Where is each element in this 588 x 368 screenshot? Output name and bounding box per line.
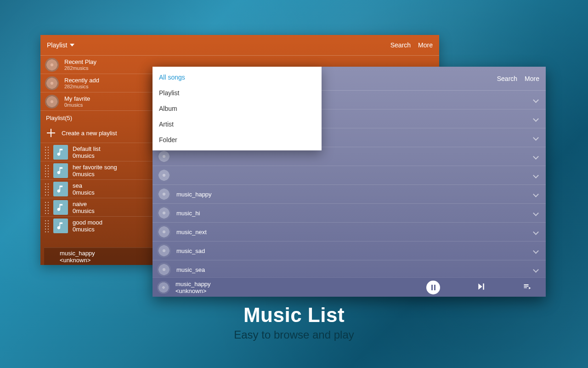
music-note-icon [53,218,68,233]
playlist-title: Default list [73,145,101,152]
chevron-down-icon[interactable] [533,267,538,272]
drag-handle-icon[interactable] [44,164,51,177]
promo-caption: Music List Easy to browse and play [0,304,588,341]
disc-icon [47,250,60,263]
music-note-icon [53,182,68,196]
now-playing-artist: <unknown> [60,257,95,264]
playlist-count: 0musics [73,152,101,159]
disc-icon [157,206,171,220]
now-playing-title: music_happy [175,281,211,288]
category-menu: All songsPlaylistAlbumArtistFolder [153,67,322,150]
track-row[interactable]: music_happy [153,185,546,204]
chevron-down-icon[interactable] [533,248,538,253]
drag-handle-icon[interactable] [44,201,51,214]
now-playing-bar[interactable]: music_happy <unknown> [153,277,546,297]
category-menu-item[interactable]: Album [153,101,322,116]
playlist-count: 0musics [73,226,102,233]
disc-icon [45,58,59,72]
chevron-down-icon[interactable] [533,210,538,216]
chevron-down-icon[interactable] [533,135,538,140]
track-row[interactable]: music_next [153,223,546,242]
more-button[interactable]: More [525,75,539,82]
disc-icon [157,150,171,163]
create-playlist-label: Create a new playlist [62,130,117,137]
playlist-title: her favorite song [73,164,117,171]
list-item-title: My favrite [64,95,90,102]
disc-icon [157,281,170,294]
playlist-title: naive [73,201,95,207]
track-row[interactable] [153,166,546,185]
list-item-count: 282musics [64,84,99,90]
search-button[interactable]: Search [390,41,411,49]
chevron-down-icon[interactable] [533,116,538,121]
playlist-count: 0musics [73,207,95,214]
next-button[interactable] [477,282,486,293]
track-row[interactable]: music_hi [153,204,546,223]
drag-handle-icon[interactable] [44,219,51,232]
track-title: music_sad [176,247,205,254]
chevron-down-icon[interactable] [533,229,538,235]
more-button[interactable]: More [418,41,433,49]
music-note-icon [53,145,68,160]
chevron-down-icon [70,44,74,46]
disc-icon [157,225,171,239]
playlist-title: sea [73,182,95,189]
plus-icon [47,129,55,137]
track-title: music_sea [176,266,205,273]
track-title: music_hi [176,210,200,217]
orange-header: Playlist Search More [40,35,439,56]
disc-icon [157,263,171,276]
track-row[interactable]: music_sad [153,242,546,260]
chevron-down-icon[interactable] [533,191,538,197]
playlist-title: good mood [73,219,102,226]
caption-title: Music List [0,304,588,327]
track-row[interactable]: music_sea [153,260,546,277]
search-button[interactable]: Search [497,75,517,82]
now-playing-title: music_happy [60,250,95,257]
drag-handle-icon[interactable] [44,146,51,159]
drag-handle-icon[interactable] [44,183,51,196]
playlist-count: 0musics [73,171,117,178]
track-title: music_happy [176,191,212,198]
category-menu-item[interactable]: Folder [153,132,322,148]
category-label: Playlist [47,41,67,49]
list-item-count: 0musics [64,102,90,108]
list-item-count: 282musics [64,65,96,71]
now-playing-artist: <unknown> [175,288,211,294]
pause-button[interactable] [426,281,440,294]
category-dropdown[interactable]: Playlist [47,41,74,49]
chevron-down-icon[interactable] [533,172,538,178]
list-item-title: Recently add [64,77,99,84]
playlist-count: 0musics [73,189,95,196]
caption-subtitle: Easy to browse and play [0,328,588,341]
disc-icon [157,168,171,182]
chevron-down-icon[interactable] [533,154,538,159]
list-item-title: Recent Play [64,58,96,65]
queue-button[interactable] [523,282,532,293]
chevron-down-icon[interactable] [533,97,538,103]
track-title: music_next [176,229,207,236]
music-note-icon [53,163,68,178]
disc-icon [45,95,59,109]
category-menu-item[interactable]: Playlist [153,85,322,101]
disc-icon [45,76,59,90]
category-menu-item[interactable]: All songs [153,69,322,85]
category-menu-item[interactable]: Artist [153,116,322,132]
disc-icon [157,244,171,258]
music-note-icon [53,200,68,215]
disc-icon [157,187,171,201]
